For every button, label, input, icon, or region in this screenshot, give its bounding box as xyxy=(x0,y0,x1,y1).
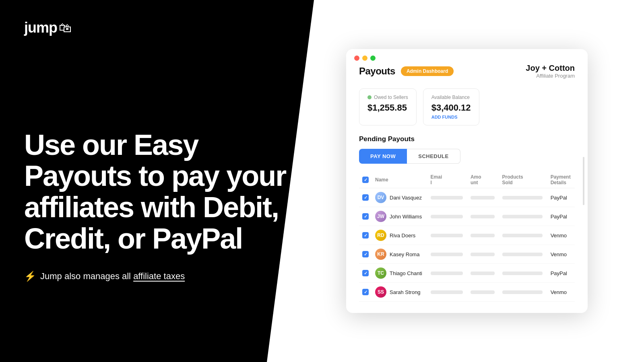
row-products-cell xyxy=(499,188,547,207)
table-row: JW John Williams PayPal xyxy=(359,207,575,226)
row-checkbox-2[interactable] xyxy=(362,232,369,239)
avatar: JW xyxy=(375,211,386,222)
row-amount-cell xyxy=(467,188,499,207)
row-name-cell: DV Dani Vasquez xyxy=(372,188,427,207)
row-email-cell xyxy=(427,283,467,302)
row-amount-cell xyxy=(467,245,499,264)
stats-row: Owed to Sellers $1,255.85 Available Bala… xyxy=(359,88,575,125)
products-placeholder xyxy=(502,272,543,275)
admin-badge[interactable]: Admin Dashboard xyxy=(401,66,454,76)
row-payment-cell: PayPal xyxy=(547,207,575,226)
owed-label: Owed to Sellers xyxy=(367,95,408,100)
row-amount-cell xyxy=(467,207,499,226)
row-checkbox-3[interactable] xyxy=(362,251,369,257)
brand-info: Joy + Cotton Affiliate Program xyxy=(526,64,575,79)
payment-method: PayPal xyxy=(551,214,567,220)
row-checkbox-cell xyxy=(359,283,372,302)
balance-stat-card: Available Balance $3,400.12 ADD FUNDS xyxy=(423,88,479,125)
col-amount: Amount xyxy=(467,172,499,188)
table-row: DV Dani Vasquez PayPal xyxy=(359,188,575,207)
balance-label: Available Balance xyxy=(431,95,471,100)
amount-placeholder xyxy=(471,290,495,294)
payment-method: PayPal xyxy=(551,270,567,276)
scrollbar[interactable] xyxy=(583,157,584,205)
row-checkbox-5[interactable] xyxy=(362,289,369,295)
products-placeholder xyxy=(502,290,543,294)
dashboard-card: Payouts Admin Dashboard Joy + Cotton Aff… xyxy=(346,49,588,313)
pending-section-title: Pending Payouts xyxy=(359,135,575,143)
balance-value: $3,400.12 xyxy=(431,103,471,113)
brand-sub: Affiliate Program xyxy=(526,73,575,79)
email-placeholder xyxy=(431,215,463,218)
row-name-cell: JW John Williams xyxy=(372,207,427,226)
row-payment-cell: PayPal xyxy=(547,264,575,283)
row-checkbox-0[interactable] xyxy=(362,194,369,201)
row-checkbox-cell xyxy=(359,226,372,245)
row-products-cell xyxy=(499,226,547,245)
close-dot[interactable] xyxy=(354,56,359,61)
table-header-row: Name Email Amount ProductsSold PaymentDe… xyxy=(359,172,575,188)
owed-stat-card: Owed to Sellers $1,255.85 xyxy=(359,88,417,125)
header-left: Payouts Admin Dashboard xyxy=(359,66,454,77)
add-funds-link[interactable]: ADD FUNDS xyxy=(431,115,471,119)
payment-method: Venmo xyxy=(551,251,567,257)
row-amount-cell xyxy=(467,264,499,283)
table-row: SS Sarah Strong Venmo xyxy=(359,283,575,302)
avatar: KR xyxy=(375,249,386,260)
avatar: DV xyxy=(375,192,386,203)
minimize-dot[interactable] xyxy=(362,56,367,61)
button-row: PAY NOW SCHEDULE xyxy=(359,149,575,164)
row-products-cell xyxy=(499,264,547,283)
row-amount-cell xyxy=(467,226,499,245)
avatar: TC xyxy=(375,267,386,279)
row-name-cell: RD Riva Doers xyxy=(372,226,427,245)
payment-method: PayPal xyxy=(551,195,567,201)
row-email-cell xyxy=(427,207,467,226)
row-payment-cell: Venmo xyxy=(547,226,575,245)
amount-placeholder xyxy=(471,196,495,200)
email-placeholder xyxy=(431,234,463,237)
logo-icon: 🛍 xyxy=(59,21,72,35)
lightning-icon: ⚡ xyxy=(24,271,36,282)
hero-heading: Use our Easy Payouts to pay your affilia… xyxy=(24,130,290,255)
row-products-cell xyxy=(499,283,547,302)
card-header: Payouts Admin Dashboard Joy + Cotton Aff… xyxy=(359,64,575,79)
amount-placeholder xyxy=(471,253,495,256)
table-row: KR Kasey Roma Venmo xyxy=(359,245,575,264)
row-name: Kasey Roma xyxy=(390,251,419,257)
pay-now-button[interactable]: PAY NOW xyxy=(359,149,407,164)
brand-name: Joy + Cotton xyxy=(526,64,575,73)
schedule-button[interactable]: SCHEDULE xyxy=(407,149,460,164)
row-checkbox-4[interactable] xyxy=(362,270,369,276)
row-checkbox-cell xyxy=(359,188,372,207)
col-checkbox xyxy=(359,172,372,188)
products-placeholder xyxy=(502,234,543,237)
row-name: Thiago Chanti xyxy=(390,270,422,276)
payment-method: Venmo xyxy=(551,289,567,295)
payment-method: Venmo xyxy=(551,232,567,239)
row-email-cell xyxy=(427,264,467,283)
logo: jump 🛍 xyxy=(24,19,290,36)
email-placeholder xyxy=(431,272,463,275)
window-controls xyxy=(354,56,376,61)
row-checkbox-1[interactable] xyxy=(362,213,369,220)
row-products-cell xyxy=(499,207,547,226)
row-checkbox-cell xyxy=(359,264,372,283)
row-checkbox-cell xyxy=(359,207,372,226)
right-panel: Payouts Admin Dashboard Joy + Cotton Aff… xyxy=(314,0,644,362)
table-row: RD Riva Doers Venmo xyxy=(359,226,575,245)
maximize-dot[interactable] xyxy=(370,56,376,61)
row-name: John Williams xyxy=(390,214,422,220)
products-placeholder xyxy=(502,253,543,256)
email-placeholder xyxy=(431,196,463,200)
email-placeholder xyxy=(431,253,463,256)
payout-table: Name Email Amount ProductsSold PaymentDe… xyxy=(359,172,575,302)
left-panel: jump 🛍 Use our Easy Payouts to pay your … xyxy=(0,0,314,362)
avatar: RD xyxy=(375,230,386,241)
select-all-checkbox[interactable] xyxy=(362,177,369,183)
products-placeholder xyxy=(502,196,543,200)
owed-value: $1,255.85 xyxy=(367,103,408,113)
col-products-sold: ProductsSold xyxy=(499,172,547,188)
row-name: Sarah Strong xyxy=(390,289,421,295)
col-payment-details: PaymentDetails xyxy=(547,172,575,188)
